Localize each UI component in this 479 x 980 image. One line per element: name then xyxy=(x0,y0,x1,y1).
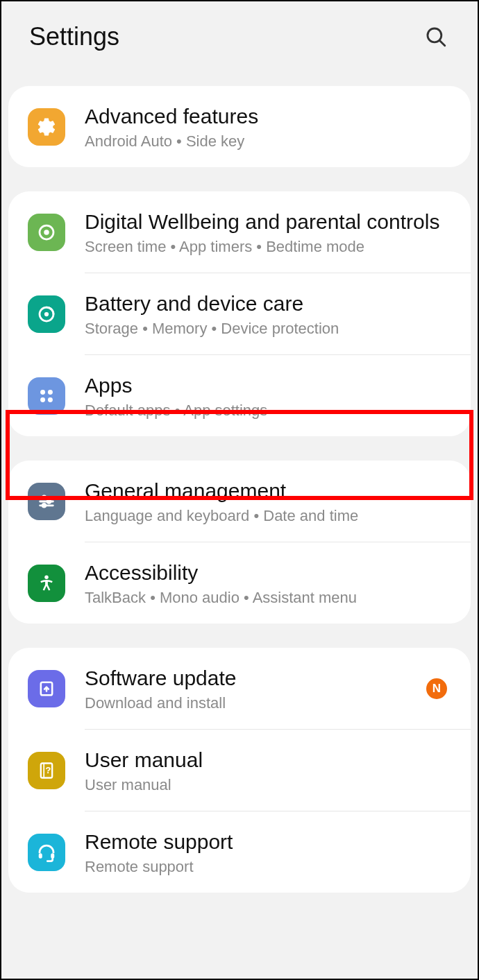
row-title: Digital Wellbeing and parental controls xyxy=(85,208,451,235)
row-subtitle: Default apps • App settings xyxy=(85,402,451,420)
svg-point-11 xyxy=(42,495,46,499)
sliders-icon xyxy=(28,483,65,520)
svg-rect-19 xyxy=(43,763,44,777)
row-subtitle: Remote support xyxy=(85,858,451,876)
row-text: General management Language and keyboard… xyxy=(85,477,451,525)
settings-item-accessibility[interactable]: Accessibility TalkBack • Mono audio • As… xyxy=(8,542,471,624)
settings-group: Software update Download and install N ?… xyxy=(8,648,471,893)
apps-icon xyxy=(28,377,65,415)
search-button[interactable] xyxy=(422,23,450,51)
settings-item-battery-device-care[interactable]: Battery and device care Storage • Memory… xyxy=(8,273,471,354)
row-subtitle: Download and install xyxy=(85,694,426,712)
settings-group: General management Language and keyboard… xyxy=(8,461,471,624)
settings-group: Advanced features Android Auto • Side ke… xyxy=(8,86,471,167)
svg-point-3 xyxy=(44,230,49,235)
row-subtitle: User manual xyxy=(85,776,451,794)
settings-item-remote-support[interactable]: Remote support Remote support xyxy=(8,811,471,893)
gear-plus-icon xyxy=(28,108,65,146)
row-title: General management xyxy=(85,477,451,504)
row-text: Apps Default apps • App settings xyxy=(85,372,451,420)
page-title: Settings xyxy=(29,22,119,51)
settings-header: Settings xyxy=(1,1,478,86)
row-subtitle: Screen time • App timers • Bedtime mode xyxy=(85,238,451,256)
row-subtitle: TalkBack • Mono audio • Assistant menu xyxy=(85,589,451,607)
row-title: Accessibility xyxy=(85,559,451,586)
manual-icon: ? xyxy=(28,752,65,789)
svg-point-5 xyxy=(44,311,49,316)
svg-line-1 xyxy=(439,40,444,45)
accessibility-icon xyxy=(28,565,65,602)
svg-point-15 xyxy=(42,504,46,507)
row-subtitle: Language and keyboard • Date and time xyxy=(85,507,451,525)
row-subtitle: Android Auto • Side key xyxy=(85,132,451,151)
row-title: Software update xyxy=(85,664,426,691)
svg-point-8 xyxy=(40,397,45,402)
settings-item-apps[interactable]: Apps Default apps • App settings xyxy=(8,355,471,436)
settings-group: Digital Wellbeing and parental controls … xyxy=(8,191,471,436)
svg-point-13 xyxy=(47,499,51,503)
svg-point-9 xyxy=(48,397,53,402)
settings-item-digital-wellbeing[interactable]: Digital Wellbeing and parental controls … xyxy=(8,191,471,273)
svg-point-16 xyxy=(44,575,49,579)
row-text: Remote support Remote support xyxy=(85,828,451,876)
row-subtitle: Storage • Memory • Device protection xyxy=(85,320,451,338)
row-text: Accessibility TalkBack • Mono audio • As… xyxy=(85,559,451,607)
row-text: Battery and device care Storage • Memory… xyxy=(85,290,451,338)
search-icon xyxy=(424,25,448,49)
update-icon xyxy=(28,670,65,707)
svg-rect-21 xyxy=(39,853,42,859)
settings-item-user-manual[interactable]: ? User manual User manual xyxy=(8,730,471,811)
row-title: Advanced features xyxy=(85,103,451,130)
row-title: Remote support xyxy=(85,828,451,855)
row-text: Advanced features Android Auto • Side ke… xyxy=(85,103,451,151)
row-text: Digital Wellbeing and parental controls … xyxy=(85,208,451,256)
svg-point-6 xyxy=(40,390,45,395)
wellbeing-icon xyxy=(28,214,65,251)
row-text: Software update Download and install xyxy=(85,664,426,712)
row-text: User manual User manual xyxy=(85,746,451,794)
headset-icon xyxy=(28,834,65,871)
settings-item-software-update[interactable]: Software update Download and install N xyxy=(8,648,471,729)
device-care-icon xyxy=(28,295,65,333)
svg-point-7 xyxy=(48,390,53,395)
row-title: User manual xyxy=(85,746,451,773)
row-title: Battery and device care xyxy=(85,290,451,317)
svg-text:?: ? xyxy=(45,764,51,775)
settings-item-advanced-features[interactable]: Advanced features Android Auto • Side ke… xyxy=(8,86,471,167)
notification-badge: N xyxy=(426,678,447,699)
row-title: Apps xyxy=(85,372,451,399)
settings-item-general-management[interactable]: General management Language and keyboard… xyxy=(8,461,471,542)
